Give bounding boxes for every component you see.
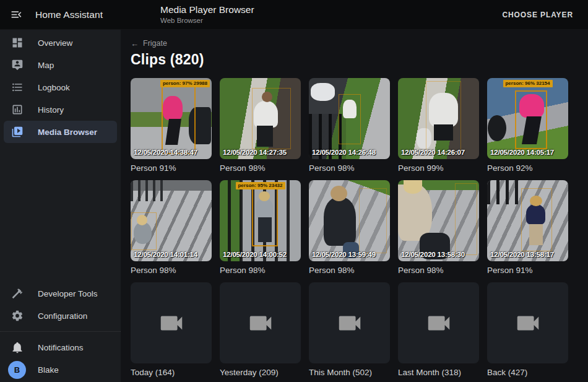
clip-card[interactable]: person: 95% 23432 12/05/2020 14:00:52 Pe… <box>220 180 301 276</box>
clip-thumbnail: person: 95% 23432 12/05/2020 14:00:52 <box>220 180 301 261</box>
clip-caption: Person 98% <box>398 266 479 276</box>
dashboard-icon <box>11 37 24 49</box>
clip-timestamp: 12/05/2020 14:05:17 <box>490 149 554 156</box>
clip-thumbnail: 12/05/2020 14:26:07 <box>398 78 479 159</box>
folder-card-back[interactable]: Back (427) <box>487 282 568 378</box>
clip-card[interactable]: 12/05/2020 14:01:14 Person 98% <box>131 180 212 276</box>
sidebar-item-notifications[interactable]: Notifications <box>4 336 117 358</box>
folder-label: This Month (502) <box>309 368 390 378</box>
page-title-clips: Clips (820) <box>131 51 578 68</box>
folder-card-today[interactable]: Today (164) <box>131 282 212 378</box>
clip-timestamp: 12/05/2020 13:59:49 <box>312 251 376 258</box>
clip-caption: Person 91% <box>131 163 212 173</box>
sidebar-item-label: Logbook <box>38 83 70 92</box>
detection-label: person: 97% 29988 <box>160 80 210 87</box>
folder-thumbnail <box>309 282 390 363</box>
video-camera-icon <box>335 309 364 337</box>
topbar-left: Home Assistant <box>0 2 121 27</box>
clips-grid: person: 97% 29988 12/05/2020 14:38:47 Pe… <box>131 78 578 378</box>
video-camera-icon <box>514 309 542 337</box>
clip-caption: Person 98% <box>309 266 390 276</box>
clip-card[interactable]: 12/05/2020 13:59:49 Person 98% <box>309 180 390 276</box>
sidebar-item-configuration[interactable]: Configuration <box>4 305 117 327</box>
folder-card-last-month[interactable]: Last Month (318) <box>398 282 479 378</box>
detection-bbox <box>252 186 278 246</box>
bell-icon <box>11 341 24 354</box>
clip-timestamp: 12/05/2020 14:27:35 <box>223 149 287 156</box>
menu-open-icon <box>10 8 23 21</box>
clip-card[interactable]: 12/05/2020 14:26:07 Person 99% <box>398 78 479 173</box>
main-layout: Overview Map Logbook History Media Brows… <box>0 30 588 382</box>
detection-bbox <box>455 183 478 254</box>
play-box-multiple-icon <box>11 126 24 138</box>
page-subtitle: Web Browser <box>160 17 254 25</box>
clip-thumbnail: person: 97% 29988 12/05/2020 14:38:47 <box>131 78 212 159</box>
detection-bbox <box>252 88 291 150</box>
clip-thumbnail: 12/05/2020 14:01:14 <box>131 180 212 261</box>
detection-bbox <box>515 90 547 150</box>
folder-thumbnail <box>487 282 568 363</box>
clip-thumbnail: 12/05/2020 13:58:17 <box>487 180 568 261</box>
sidebar-item-history[interactable]: History <box>4 98 117 121</box>
folder-thumbnail <box>398 282 479 363</box>
photo-shape <box>324 198 356 246</box>
clip-timestamp: 12/05/2020 13:58:30 <box>401 251 465 258</box>
clip-card[interactable]: person: 96% 32154 12/05/2020 14:05:17 Pe… <box>487 78 568 173</box>
sidebar-item-map[interactable]: Map <box>4 54 117 76</box>
clip-card[interactable]: 12/05/2020 13:58:30 Person 98% <box>398 180 479 276</box>
clip-thumbnail: 12/05/2020 14:27:35 <box>220 78 301 159</box>
folder-card-yesterday[interactable]: Yesterday (209) <box>220 282 301 378</box>
photo-shape <box>131 180 165 201</box>
clip-timestamp: 12/05/2020 14:26:07 <box>401 149 465 156</box>
sidebar-item-overview[interactable]: Overview <box>4 32 117 54</box>
clip-card[interactable]: 12/05/2020 14:26:48 Person 98% <box>309 78 390 173</box>
top-app-bar: Home Assistant Media Player Browser Web … <box>0 0 588 30</box>
clip-timestamp: 12/05/2020 14:01:14 <box>134 251 197 258</box>
clip-thumbnail: 12/05/2020 13:59:49 <box>309 180 390 261</box>
breadcrumb-back-link[interactable]: ← Frigate <box>131 38 578 48</box>
detection-label: person: 95% 23432 <box>235 182 285 189</box>
clip-caption: Person 92% <box>487 163 568 173</box>
folder-label: Back (427) <box>487 368 568 378</box>
sidebar-item-label: History <box>38 105 64 115</box>
clip-timestamp: 12/05/2020 14:26:48 <box>312 149 376 156</box>
sidebar-item-developer-tools[interactable]: Developer Tools <box>4 282 117 305</box>
clip-card[interactable]: 12/05/2020 14:27:35 Person 98% <box>220 78 301 173</box>
video-camera-icon <box>157 309 186 337</box>
folder-card-this-month[interactable]: This Month (502) <box>309 282 390 378</box>
chart-box-icon <box>11 103 24 116</box>
back-arrow-icon: ← <box>131 39 139 48</box>
avatar: B <box>8 361 26 379</box>
video-camera-icon <box>246 309 275 337</box>
breadcrumb-label: Frigate <box>143 39 167 48</box>
detection-bbox <box>162 82 196 155</box>
folder-label: Yesterday (209) <box>220 368 301 378</box>
detection-bbox <box>359 188 387 253</box>
clip-card[interactable]: 12/05/2020 13:58:17 Person 91% <box>487 180 568 276</box>
sidebar-divider <box>0 331 121 332</box>
photo-shape <box>331 186 347 201</box>
photo-shape <box>311 83 335 101</box>
folder-thumbnail <box>131 282 212 363</box>
sidebar-item-media-browser[interactable]: Media Browser <box>4 121 117 143</box>
app-title: Home Assistant <box>35 9 103 20</box>
detection-bbox <box>521 188 552 251</box>
sidebar-item-logbook[interactable]: Logbook <box>4 76 117 98</box>
clip-card[interactable]: person: 97% 29988 12/05/2020 14:38:47 Pe… <box>131 78 212 173</box>
detection-bbox <box>426 81 462 152</box>
folder-thumbnail <box>220 282 301 363</box>
video-camera-icon <box>425 309 453 337</box>
photo-shape <box>487 180 524 204</box>
detection-bbox <box>339 94 360 144</box>
media-browser-content: ← Frigate Clips (820) person: 97% 29988 … <box>121 30 588 382</box>
sidebar: Overview Map Logbook History Media Brows… <box>0 30 121 382</box>
sidebar-item-user[interactable]: B Blake <box>4 358 117 381</box>
clip-caption: Person 98% <box>131 266 212 276</box>
choose-player-button[interactable]: CHOOSE PLAYER <box>497 6 578 24</box>
clip-caption: Person 98% <box>309 163 390 173</box>
clip-caption: Person 99% <box>398 163 479 173</box>
folder-label: Last Month (318) <box>398 368 479 378</box>
clip-caption: Person 91% <box>487 266 568 276</box>
sidebar-toggle-button[interactable] <box>4 2 28 27</box>
detection-bbox <box>131 212 157 250</box>
